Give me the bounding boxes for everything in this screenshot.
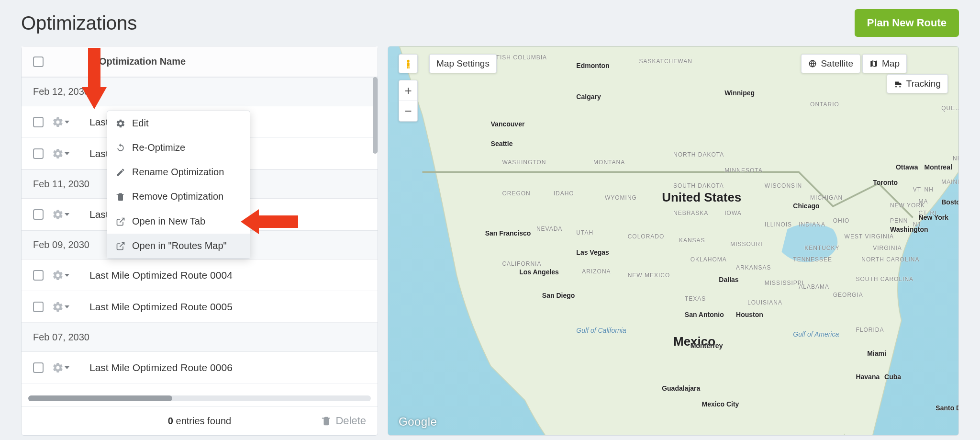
- menu-item-rename[interactable]: Rename Optimization: [107, 160, 250, 184]
- map-panel[interactable]: United StatesMexicoEdmontonCalgaryVancou…: [388, 46, 959, 436]
- date-group-header: Feb 12, 2030: [22, 77, 378, 106]
- annotation-arrow-down: [82, 48, 107, 110]
- map-toggle[interactable]: Map: [862, 54, 907, 73]
- caret-down-icon: [65, 213, 69, 216]
- plan-new-route-button[interactable]: Plan New Route: [855, 9, 959, 37]
- optimization-name: Last Mile Optimized Route 0005: [89, 301, 233, 313]
- date-group-header: Feb 07, 2030: [22, 323, 378, 352]
- caret-down-icon: [65, 366, 69, 369]
- zoom-control: + −: [399, 80, 418, 122]
- map-canvas: [388, 46, 958, 436]
- svg-rect-5: [88, 48, 100, 87]
- row-actions-button[interactable]: [52, 116, 81, 128]
- optimization-row[interactable]: Last Mile Optimized Route 0006: [22, 352, 378, 384]
- tracking-button[interactable]: Tracking: [887, 74, 948, 93]
- row-actions-button[interactable]: [52, 148, 81, 159]
- row-actions-button[interactable]: [52, 301, 81, 313]
- gear-icon: [52, 362, 64, 373]
- page-title: Optimizations: [21, 12, 137, 34]
- menu-item-edit[interactable]: Edit: [107, 111, 250, 135]
- globe-icon: [808, 59, 817, 68]
- gear-icon: [52, 148, 64, 159]
- scrollbar-vertical[interactable]: [373, 77, 378, 154]
- map-icon: [869, 59, 878, 68]
- satellite-toggle[interactable]: Satellite: [801, 54, 860, 73]
- row-checkbox[interactable]: [33, 302, 44, 312]
- truck-icon: [894, 79, 902, 88]
- optimization-name: Last Mile Optimized Route 0004: [89, 270, 233, 281]
- caret-down-icon: [65, 274, 69, 277]
- caret-down-icon: [65, 152, 69, 155]
- svg-marker-8: [241, 209, 259, 234]
- trash-icon: [116, 192, 125, 202]
- gear-icon: [52, 209, 64, 220]
- optimizations-list-panel: Optimization Name Feb 12, 2030 Last Mile…: [21, 46, 378, 436]
- optimization-row[interactable]: Last Mile Optimized Route 0004: [22, 259, 378, 291]
- pencil-icon: [116, 168, 125, 177]
- row-actions-button[interactable]: [52, 270, 81, 281]
- scrollbar-horizontal[interactable]: [28, 395, 371, 401]
- gear-icon: [52, 301, 64, 313]
- gear-icon: [52, 270, 64, 281]
- map-settings-button[interactable]: Map Settings: [429, 54, 497, 73]
- external-link-icon: [116, 217, 125, 226]
- optimization-name: Last Mile Optimized Route 0006: [89, 362, 233, 373]
- gear-icon: [52, 116, 64, 128]
- streetview-pegman[interactable]: [399, 54, 418, 73]
- caret-down-icon: [65, 121, 69, 124]
- menu-item-open-routes-map[interactable]: Open in "Routes Map": [107, 234, 250, 258]
- svg-marker-6: [82, 87, 107, 109]
- row-checkbox[interactable]: [33, 270, 44, 281]
- refresh-icon: [116, 143, 125, 153]
- external-link-icon: [116, 241, 125, 251]
- caret-down-icon: [65, 305, 69, 308]
- delete-button[interactable]: Delete: [321, 415, 366, 427]
- row-checkbox[interactable]: [33, 209, 44, 220]
- zoom-out-button[interactable]: −: [399, 101, 417, 121]
- row-actions-button[interactable]: [52, 209, 81, 220]
- google-logo: Google: [399, 415, 437, 429]
- column-header-name: Optimization Name: [99, 56, 186, 67]
- select-all-checkbox[interactable]: [33, 56, 44, 67]
- zoom-in-button[interactable]: +: [399, 80, 417, 101]
- trash-icon: [321, 415, 332, 427]
- svg-rect-7: [259, 215, 298, 228]
- entries-count: 0 entries found: [168, 416, 231, 427]
- row-actions-menu: Edit Re-Optimize Rename Optimization Rem…: [107, 111, 250, 259]
- gear-icon: [116, 119, 125, 128]
- row-checkbox[interactable]: [33, 148, 44, 159]
- row-checkbox[interactable]: [33, 362, 44, 373]
- menu-item-reoptimize[interactable]: Re-Optimize: [107, 135, 250, 160]
- menu-item-remove[interactable]: Remove Optimization: [107, 184, 250, 209]
- row-actions-button[interactable]: [52, 362, 81, 373]
- menu-item-open-new-tab[interactable]: Open in New Tab: [107, 209, 250, 234]
- annotation-arrow-left: [241, 209, 298, 234]
- optimization-row[interactable]: Last Mile Optimized Route 0005: [22, 291, 378, 323]
- row-checkbox[interactable]: [33, 117, 44, 127]
